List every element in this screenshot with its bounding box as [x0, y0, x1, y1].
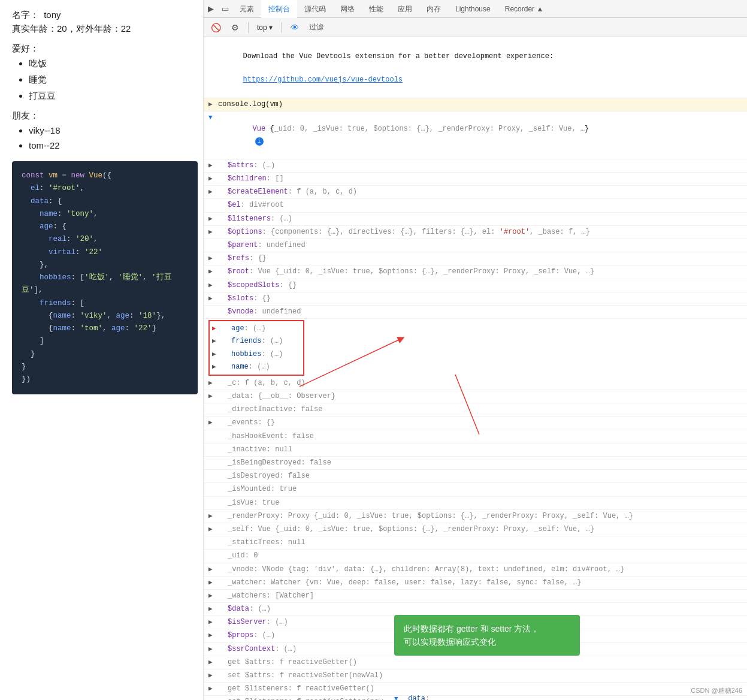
- tab-network[interactable]: 网络: [333, 0, 362, 19]
- refs-arrow[interactable]: ▶: [208, 253, 216, 264]
- inspect-icon[interactable]: ▶: [204, 2, 218, 16]
- c-line[interactable]: ▶ _c: f (a, b, c, d): [204, 377, 747, 390]
- children-line[interactable]: ▶ $children: []: [204, 173, 747, 186]
- vnode-obj-arrow[interactable]: ▶: [208, 564, 216, 575]
- devtools-panel: ▶ ▭ 元素 控制台 源代码 网络 性能 应用 内存 Lighthouse Re…: [204, 0, 747, 700]
- events-arrow[interactable]: ▶: [208, 417, 216, 429]
- vue-expand-arrow[interactable]: ▼: [208, 112, 216, 123]
- tab-sources[interactable]: 源代码: [297, 0, 333, 19]
- slots-line[interactable]: ▶ $slots: {}: [204, 292, 747, 306]
- renderproxy-arrow[interactable]: ▶: [208, 511, 216, 522]
- set-listeners-arrow[interactable]: ▶: [208, 696, 216, 700]
- watcher-arrow[interactable]: ▶: [208, 577, 216, 589]
- data-ref-line[interactable]: ▶ $data: (…): [204, 603, 747, 616]
- props-arrow[interactable]: ▶: [208, 630, 216, 641]
- data-expanded-arrow[interactable]: ▼: [394, 693, 401, 700]
- vnode-obj-line[interactable]: ▶ _vnode: VNode {tag: 'div', data: {…}, …: [204, 563, 747, 577]
- name-line: 名字： tony: [12, 10, 191, 21]
- vue-devtools-link[interactable]: https://github.com/vuejs/vue-devtools: [243, 76, 403, 84]
- watchers-line[interactable]: ▶ _watchers: [Watcher]: [204, 590, 747, 603]
- listeners-line[interactable]: ▶ $listeners: (…): [204, 213, 747, 226]
- tab-console[interactable]: 控制台: [261, 0, 297, 19]
- devtools-tab-row: ▶ ▭ 元素 控制台 源代码 网络 性能 应用 内存 Lighthouse Re…: [204, 0, 747, 18]
- toolbar-separator: [248, 22, 249, 33]
- inactive-line: ▶ _inactive: null: [204, 443, 747, 457]
- tab-memory[interactable]: 内存: [419, 0, 448, 19]
- get-attrs-line[interactable]: ▶ get $attrs: f reactiveGetter(): [204, 656, 747, 669]
- get-listeners-arrow[interactable]: ▶: [208, 683, 216, 695]
- self-line[interactable]: ▶ _self: Vue {_uid: 0, _isVue: true, $op…: [204, 523, 747, 536]
- age-prop-line[interactable]: ▶ age: (…): [212, 322, 301, 335]
- annotation-text: 此时数据都有 getter 和 setter 方法，可以实现数据响应式变化: [404, 624, 539, 647]
- annotation-box: 此时数据都有 getter 和 setter 方法，可以实现数据响应式变化: [394, 615, 580, 656]
- hobbies-arrow[interactable]: ▶: [212, 349, 219, 360]
- c-arrow[interactable]: ▶: [208, 378, 216, 389]
- root-arrow[interactable]: ▶: [208, 266, 216, 277]
- level-dropdown[interactable]: top ▾: [253, 22, 276, 33]
- friends-arrow[interactable]: ▶: [212, 336, 219, 347]
- set-attrs-arrow[interactable]: ▶: [208, 670, 216, 681]
- data-expanded-header[interactable]: ▼ _data:: [394, 693, 624, 700]
- self-arrow[interactable]: ▶: [208, 524, 216, 535]
- options-line[interactable]: ▶ $options: {components: {…}, directives…: [204, 226, 747, 239]
- renderproxy-line[interactable]: ▶ _renderProxy: Proxy {_uid: 0, _isVue: …: [204, 510, 747, 523]
- name-label: 名字：: [12, 10, 39, 20]
- clear-console-icon[interactable]: 🚫: [207, 19, 224, 36]
- root-line[interactable]: ▶ $root: Vue {_uid: 0, _isVue: true, $op…: [204, 265, 747, 279]
- console-toolbar: 🚫 ⚙ top ▾ 👁 过滤: [204, 18, 747, 37]
- info-icon[interactable]: i: [255, 137, 264, 146]
- data-ref-arrow[interactable]: ▶: [208, 604, 216, 615]
- attrs-arrow[interactable]: ▶: [208, 160, 216, 171]
- filter-label: 过滤: [306, 22, 327, 32]
- vnode-line: ▶ $vnode: undefined: [204, 306, 747, 319]
- createelement-arrow[interactable]: ▶: [208, 186, 216, 198]
- slots-arrow[interactable]: ▶: [208, 293, 216, 304]
- hashookevent-line: ▶ _hasHookEvent: false: [204, 430, 747, 443]
- data-line[interactable]: ▶ _data: {__ob__: Observer}: [204, 390, 747, 403]
- eye-icon[interactable]: 👁: [286, 19, 303, 36]
- name-arrow[interactable]: ▶: [212, 361, 219, 373]
- name-prop-line[interactable]: ▶ name: (…): [212, 361, 301, 373]
- friends-prop-line[interactable]: ▶ friends: (…): [212, 335, 301, 348]
- age-arrow[interactable]: ▶: [212, 323, 219, 334]
- info-line: Download the Vue Devtools extension for …: [204, 37, 747, 98]
- el-line[interactable]: ▶ $el: div#root: [204, 199, 747, 212]
- set-attrs-line[interactable]: ▶ set $attrs: f reactiveSetter(newVal): [204, 669, 747, 683]
- vue-object-line[interactable]: ▼ Vue {_uid: 0, _isVue: true, $options: …: [204, 111, 747, 159]
- get-attrs-arrow[interactable]: ▶: [208, 657, 216, 668]
- tab-recorder[interactable]: Recorder ▲: [498, 0, 551, 19]
- hobbies-label: 爱好：: [12, 43, 191, 55]
- tab-application[interactable]: 应用: [391, 0, 419, 19]
- refs-line[interactable]: ▶ $refs: {}: [204, 252, 747, 265]
- createelement-line[interactable]: ▶ $createElement: f (a, b, c, d): [204, 186, 747, 199]
- tab-performance[interactable]: 性能: [362, 0, 391, 19]
- hobbies-list: 吃饭 睡觉 打豆豆: [12, 58, 191, 102]
- events-line[interactable]: ▶ _events: {}: [204, 417, 747, 430]
- data-expanded-section: ▼ _data: ▶ age: (…) ▶ friends: (…) ▶ hob…: [394, 693, 624, 700]
- children-arrow[interactable]: ▶: [208, 173, 216, 185]
- statictrees-line: ▶ _staticTrees: null: [204, 536, 747, 550]
- listeners-arrow[interactable]: ▶: [208, 213, 216, 225]
- scopedslots-arrow[interactable]: ▶: [208, 280, 216, 291]
- tab-lighthouse[interactable]: Lighthouse: [448, 0, 498, 19]
- watchers-arrow[interactable]: ▶: [208, 590, 216, 602]
- log-arrow[interactable]: ▶: [208, 99, 216, 110]
- console-content: Download the Vue Devtools extension for …: [204, 37, 747, 700]
- console-log-line: ▶ console.log(vm): [204, 98, 747, 111]
- scopedslots-line[interactable]: ▶ $scopedSlots: {}: [204, 279, 747, 292]
- device-icon[interactable]: ▭: [218, 2, 232, 16]
- options-arrow[interactable]: ▶: [208, 227, 216, 238]
- isserver-arrow[interactable]: ▶: [208, 617, 216, 628]
- parent-line: ▶ $parent: undefined: [204, 239, 747, 252]
- left-panel: 名字： tony 真实年龄：20，对外年龄：22 爱好： 吃饭 睡觉 打豆豆 朋…: [0, 0, 204, 700]
- friends-list: viky--18 tom--22: [12, 125, 191, 150]
- tab-elements[interactable]: 元素: [232, 0, 261, 19]
- attrs-line[interactable]: ▶ $attrs: (…): [204, 159, 747, 173]
- hobbies-prop-line[interactable]: ▶ hobbies: (…): [212, 348, 301, 361]
- data-arrow[interactable]: ▶: [208, 391, 216, 402]
- ssrcontext-arrow[interactable]: ▶: [208, 644, 216, 655]
- watcher-line[interactable]: ▶ _watcher: Watcher {vm: Vue, deep: fals…: [204, 577, 747, 590]
- info-message: Download the Vue Devtools extension for …: [208, 40, 742, 97]
- console-settings-icon[interactable]: ⚙: [226, 19, 243, 36]
- hobby-item: 睡觉: [29, 74, 191, 86]
